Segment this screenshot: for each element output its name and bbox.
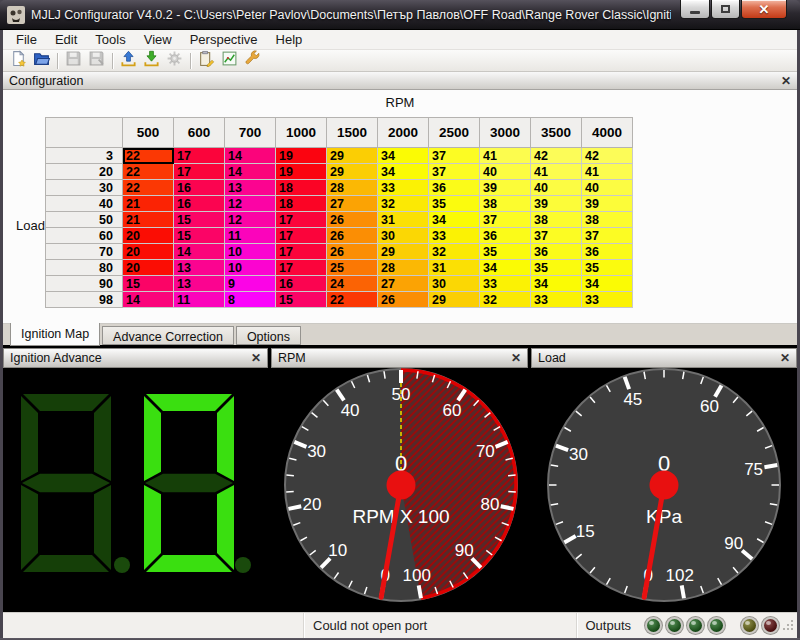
map-cell[interactable]: 22 <box>123 180 174 196</box>
resize-grip[interactable] <box>783 617 794 635</box>
minimize-button[interactable] <box>680 0 710 19</box>
map-cell[interactable]: 38 <box>480 196 531 212</box>
map-cell[interactable]: 29 <box>327 164 378 180</box>
map-cell[interactable]: 18 <box>276 196 327 212</box>
map-cell[interactable]: 14 <box>174 244 225 260</box>
map-cell[interactable]: 34 <box>378 148 429 164</box>
menu-item-help[interactable]: Help <box>267 30 312 49</box>
map-cell[interactable]: 35 <box>582 260 633 276</box>
map-cell[interactable]: 37 <box>531 228 582 244</box>
verify-clipboard-button[interactable] <box>195 51 218 71</box>
map-cell[interactable]: 26 <box>327 212 378 228</box>
close-panel-icon[interactable]: ✕ <box>781 75 791 87</box>
map-cell[interactable]: 33 <box>429 228 480 244</box>
menu-item-view[interactable]: View <box>135 30 181 49</box>
tab-advance-correction[interactable]: Advance Correction <box>102 326 234 345</box>
map-cell[interactable]: 27 <box>378 276 429 292</box>
map-cell[interactable]: 33 <box>582 292 633 308</box>
close-panel-icon[interactable]: ✕ <box>511 352 521 364</box>
map-cell[interactable]: 16 <box>174 196 225 212</box>
map-cell[interactable]: 34 <box>480 260 531 276</box>
map-cell[interactable]: 28 <box>327 180 378 196</box>
map-cell[interactable]: 8 <box>225 292 276 308</box>
map-cell[interactable]: 31 <box>429 260 480 276</box>
map-cell[interactable]: 41 <box>582 164 633 180</box>
map-cell[interactable]: 40 <box>531 180 582 196</box>
map-cell[interactable]: 32 <box>378 196 429 212</box>
map-cell[interactable]: 29 <box>378 244 429 260</box>
map-cell[interactable]: 19 <box>276 148 327 164</box>
map-cell[interactable]: 37 <box>429 164 480 180</box>
menu-item-tools[interactable]: Tools <box>86 30 134 49</box>
menu-item-edit[interactable]: Edit <box>46 30 86 49</box>
close-panel-icon[interactable]: ✕ <box>780 352 790 364</box>
map-cell[interactable]: 20 <box>123 244 174 260</box>
map-cell[interactable]: 37 <box>480 212 531 228</box>
map-cell[interactable]: 14 <box>225 164 276 180</box>
map-cell[interactable]: 16 <box>174 180 225 196</box>
map-cell[interactable]: 34 <box>531 276 582 292</box>
tab-ignition-map[interactable]: Ignition Map <box>10 323 100 346</box>
map-cell[interactable]: 20 <box>123 260 174 276</box>
wrench-button[interactable] <box>241 51 264 71</box>
map-cell[interactable]: 39 <box>531 196 582 212</box>
map-cell[interactable]: 13 <box>225 180 276 196</box>
map-cell[interactable]: 33 <box>531 292 582 308</box>
map-cell[interactable]: 17 <box>276 212 327 228</box>
map-cell[interactable]: 41 <box>480 148 531 164</box>
map-cell[interactable]: 40 <box>480 164 531 180</box>
map-cell[interactable]: 17 <box>276 228 327 244</box>
map-cell[interactable]: 12 <box>225 196 276 212</box>
close-window-button[interactable]: ✕ <box>741 0 787 19</box>
map-cell[interactable]: 15 <box>174 228 225 244</box>
map-cell[interactable]: 9 <box>225 276 276 292</box>
menu-item-perspective[interactable]: Perspective <box>181 30 267 49</box>
map-cell[interactable]: 22 <box>327 292 378 308</box>
maximize-button[interactable] <box>711 0 740 19</box>
map-cell[interactable]: 21 <box>123 196 174 212</box>
map-cell[interactable]: 36 <box>480 228 531 244</box>
map-cell[interactable]: 39 <box>480 180 531 196</box>
map-cell[interactable]: 42 <box>531 148 582 164</box>
map-cell[interactable]: 31 <box>378 212 429 228</box>
map-cell[interactable]: 15 <box>174 212 225 228</box>
map-cell[interactable]: 28 <box>378 260 429 276</box>
map-cell[interactable]: 34 <box>429 212 480 228</box>
map-cell[interactable]: 26 <box>327 244 378 260</box>
map-cell[interactable]: 18 <box>276 180 327 196</box>
map-cell[interactable]: 32 <box>480 292 531 308</box>
map-cell[interactable]: 40 <box>582 180 633 196</box>
map-cell[interactable]: 36 <box>429 180 480 196</box>
map-cell[interactable]: 17 <box>174 164 225 180</box>
open-file-button[interactable] <box>30 51 53 71</box>
tab-options[interactable]: Options <box>236 326 301 345</box>
map-cell[interactable]: 33 <box>378 180 429 196</box>
map-cell[interactable]: 15 <box>276 292 327 308</box>
map-cell[interactable]: 16 <box>276 276 327 292</box>
map-cell[interactable]: 13 <box>174 276 225 292</box>
new-file-button[interactable] <box>7 51 30 71</box>
map-cell[interactable]: 35 <box>480 244 531 260</box>
map-cell[interactable]: 10 <box>225 244 276 260</box>
download-button[interactable] <box>140 51 163 71</box>
map-cell[interactable]: 11 <box>225 228 276 244</box>
map-cell[interactable]: 19 <box>276 164 327 180</box>
map-cell[interactable]: 33 <box>480 276 531 292</box>
map-cell[interactable]: 36 <box>582 244 633 260</box>
map-cell[interactable]: 34 <box>582 276 633 292</box>
map-cell[interactable]: 15 <box>123 276 174 292</box>
map-cell[interactable]: 14 <box>225 148 276 164</box>
map-cell[interactable]: 24 <box>327 276 378 292</box>
map-cell[interactable]: 11 <box>174 292 225 308</box>
upload-button[interactable] <box>117 51 140 71</box>
map-cell[interactable]: 37 <box>582 228 633 244</box>
map-cell[interactable]: 39 <box>582 196 633 212</box>
map-cell[interactable]: 27 <box>327 196 378 212</box>
map-cell[interactable]: 38 <box>582 212 633 228</box>
map-cell[interactable]: 26 <box>327 228 378 244</box>
map-cell[interactable]: 20 <box>123 228 174 244</box>
map-cell[interactable]: 30 <box>429 276 480 292</box>
map-cell[interactable]: 32 <box>429 244 480 260</box>
map-cell[interactable]: 29 <box>327 148 378 164</box>
chart-button[interactable] <box>218 51 241 71</box>
